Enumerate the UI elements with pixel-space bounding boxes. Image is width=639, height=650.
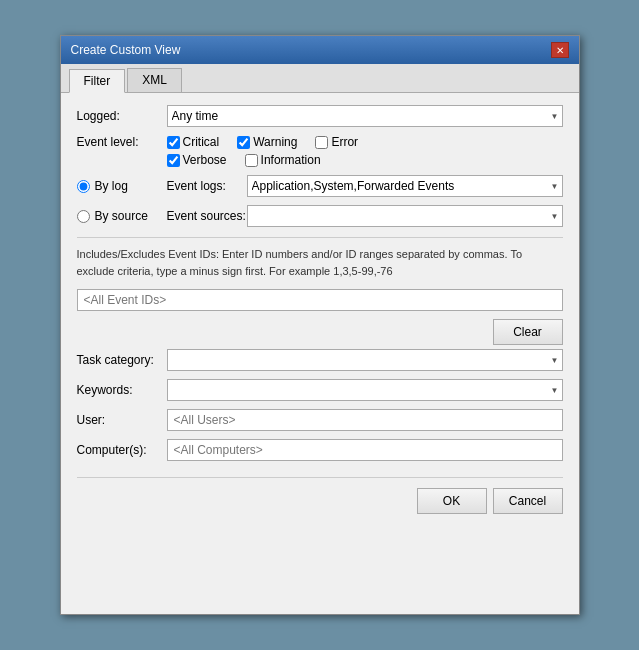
event-logs-select[interactable]: Application,System,Forwarded Events (247, 175, 563, 197)
checkbox-warning[interactable]: Warning (237, 135, 297, 149)
clear-button[interactable]: Clear (493, 319, 563, 345)
bysource-radio-label[interactable]: By source (77, 209, 167, 223)
task-category-wrapper (167, 349, 563, 371)
event-level-label: Event level: (77, 135, 167, 149)
ok-button[interactable]: OK (417, 488, 487, 514)
bysource-row: By source Event sources: (77, 205, 563, 227)
keywords-select[interactable] (167, 379, 563, 401)
event-sources-label: Event sources: (167, 209, 247, 223)
task-category-select[interactable] (167, 349, 563, 371)
computers-input[interactable] (167, 439, 563, 461)
user-label: User: (77, 413, 167, 427)
event-sources-select[interactable] (247, 205, 563, 227)
checkbox-information[interactable]: Information (245, 153, 321, 167)
computers-row: Computer(s): (77, 439, 563, 461)
user-row: User: (77, 409, 563, 431)
keywords-row: Keywords: (77, 379, 563, 401)
cancel-button[interactable]: Cancel (493, 488, 563, 514)
keywords-wrapper (167, 379, 563, 401)
close-button[interactable]: ✕ (551, 42, 569, 58)
logged-select-wrapper: Any time Last hour Last 12 hours Last 24… (167, 105, 563, 127)
filter-content: Logged: Any time Last hour Last 12 hours… (61, 93, 579, 526)
bylog-row: By log Event logs: Application,System,Fo… (77, 175, 563, 197)
checkboxes-group: Critical Warning Error Verbose (167, 135, 373, 167)
checkbox-row-2: Verbose Information (167, 153, 373, 167)
info-text: Includes/Excludes Event IDs: Enter ID nu… (77, 237, 563, 279)
bysource-radio[interactable] (77, 210, 90, 223)
logged-label: Logged: (77, 109, 167, 123)
checkbox-critical[interactable]: Critical (167, 135, 220, 149)
task-category-row: Task category: (77, 349, 563, 371)
log-source-section: By log Event logs: Application,System,Fo… (77, 175, 563, 227)
event-logs-label: Event logs: (167, 179, 247, 193)
bylog-radio[interactable] (77, 180, 90, 193)
event-logs-wrapper: Application,System,Forwarded Events (247, 175, 563, 197)
event-sources-wrapper (247, 205, 563, 227)
logged-row: Logged: Any time Last hour Last 12 hours… (77, 105, 563, 127)
event-ids-row (77, 289, 563, 311)
dialog-title: Create Custom View (71, 43, 181, 57)
task-category-label: Task category: (77, 353, 167, 367)
checkbox-error[interactable]: Verbose (167, 153, 227, 167)
tab-xml[interactable]: XML (127, 68, 182, 92)
keywords-label: Keywords: (77, 383, 167, 397)
logged-select[interactable]: Any time Last hour Last 12 hours Last 24… (167, 105, 563, 127)
computers-label: Computer(s): (77, 443, 167, 457)
tab-filter[interactable]: Filter (69, 69, 126, 93)
checkbox-verbose[interactable]: Error (315, 135, 358, 149)
bylog-radio-label[interactable]: By log (77, 179, 167, 193)
clear-button-row: Clear (77, 319, 563, 345)
event-level-row: Event level: Critical Warning Error (77, 135, 563, 167)
title-bar: Create Custom View ✕ (61, 36, 579, 64)
dialog: Create Custom View ✕ Filter XML Logged: … (60, 35, 580, 615)
checkbox-row-1: Critical Warning Error (167, 135, 373, 149)
user-input[interactable] (167, 409, 563, 431)
tab-bar: Filter XML (61, 64, 579, 93)
event-ids-input[interactable] (77, 289, 563, 311)
dialog-buttons: OK Cancel (77, 477, 563, 514)
